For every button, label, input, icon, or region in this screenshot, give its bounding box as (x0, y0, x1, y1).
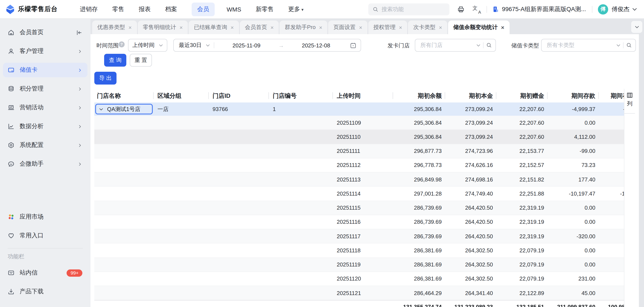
column-header-upload_time[interactable]: 上传时间 (333, 89, 393, 103)
issuing-store-select[interactable]: 所有门店 (415, 39, 496, 52)
store-search-icon[interactable] (486, 42, 492, 48)
sidebar-item-积分管理[interactable]: 积分管理 (3, 82, 88, 96)
sidebar-collapse-icon[interactable] (76, 29, 82, 36)
tab-close-icon[interactable]: × (270, 25, 274, 30)
sidebar-tool-文件列表[interactable]: 文件列表 (3, 303, 88, 307)
search-input[interactable]: 搜索功能 (368, 3, 450, 15)
column-header-period_deposit[interactable]: 期间存款 (548, 89, 599, 103)
sidebar-item-数据分析[interactable]: 数据分析 (3, 119, 88, 134)
store-group-row[interactable]: QA测试1号店一店937661295,306.84273,099.2422,20… (94, 103, 624, 116)
cell-opening_bonus: 22,079.19 (496, 247, 548, 254)
column-header-store_id[interactable]: 门店ID (209, 89, 269, 103)
top-menu-item[interactable]: 零售 (112, 5, 124, 13)
tab-close-icon[interactable]: × (359, 25, 362, 30)
expand-chevron-icon[interactable] (98, 107, 104, 112)
sidebar-item-常用入口[interactable]: 常用入口 (3, 228, 88, 243)
cell-opening_principal: 274,723.96 (445, 148, 496, 154)
tab-overflow-button[interactable] (631, 21, 642, 33)
tab-close-icon[interactable]: × (128, 25, 132, 30)
table-row[interactable]: 20251117286,739.69264,420.5022,319.19-32… (94, 229, 624, 244)
column-header-opening_bonus[interactable]: 期初赠金 (496, 89, 548, 103)
table-row[interactable]: 20251112296,778.73274,626.1622,152.5773.… (94, 158, 624, 173)
table-row[interactable]: 20251118286,381.69264,302.5022,079.190.0… (94, 244, 624, 258)
selected-store-cell[interactable]: QA测试1号店 (95, 104, 153, 114)
table-row[interactable]: 20251113296,849.98274,698.1622,151.82177… (94, 172, 624, 187)
table-row[interactable]: 20251109295,306.84273,099.2422,207.600.0… (94, 116, 624, 130)
tab-零售明细统计[interactable]: 零售明细统计× (138, 21, 188, 34)
table-row[interactable]: 20251120286,381.69264,302.5022,079.19231… (94, 272, 624, 286)
translate-icon[interactable]: 文A (472, 5, 480, 13)
tab-close-icon[interactable]: × (180, 25, 183, 30)
cell-upload_time: 20251111 (333, 148, 393, 154)
app-logo[interactable]: 乐檬零售后台 (6, 5, 58, 14)
column-header-region[interactable]: 区域分组 (154, 89, 209, 103)
cell-period_deposit: 211,099,837.60 (548, 304, 599, 307)
sidebar-tool-产品下载[interactable]: 产品下载 (3, 284, 88, 299)
reset-button[interactable]: 重 置 (130, 54, 152, 67)
tab-次卡类型[interactable]: 次卡类型× (408, 21, 447, 34)
date-range-picker[interactable]: 最近30日 2025-11-09 → 2025-12-08 (173, 39, 361, 52)
date-preset-value: 最近30日 (179, 42, 202, 49)
tab-储值余额变动统计[interactable]: 储值余额变动统计× (448, 21, 509, 34)
tab-授权管理[interactable]: 授权管理× (368, 21, 407, 34)
store-switcher[interactable]: 99675-A组新界面果蔬版QA测... (492, 5, 586, 13)
tab-会员首页[interactable]: 会员首页× (240, 21, 279, 34)
chevron-right-icon (78, 143, 82, 148)
export-button[interactable]: 导 出 (94, 72, 116, 85)
table-row[interactable]: 20251110295,306.84273,099.2422,207.604,1… (94, 130, 624, 144)
column-header-store_code[interactable]: 门店编号 (269, 89, 333, 103)
top-menu-item[interactable]: 档案 (165, 5, 177, 13)
sidebar-item-会员首页[interactable]: 会员首页 (3, 25, 88, 40)
sidebar-tool-站内信[interactable]: 站内信99+ (3, 265, 88, 280)
help-icon[interactable]: ? (119, 42, 124, 47)
user-name[interactable]: 傅俊杰 (612, 5, 630, 13)
sidebar-item-营销活动[interactable]: 营销活动 (3, 100, 88, 115)
top-menu-item-active[interactable]: 会员 (192, 2, 215, 16)
top-menu-item[interactable]: 进销存 (80, 5, 98, 13)
printer-icon[interactable] (457, 5, 465, 13)
table-row[interactable]: 20251115286,739.69264,420.5022,319.190.0… (94, 201, 624, 215)
tab-已结账单查询[interactable]: 已结账单查询× (189, 21, 239, 34)
column-header-store[interactable]: 门店名称 (94, 89, 154, 103)
top-menu-item[interactable]: 更多▾ (288, 5, 304, 13)
table-row[interactable]: 20251119286,381.69264,302.5022,079.190.0… (94, 258, 624, 272)
sidebar-item-客户管理[interactable]: 客户管理 (3, 44, 88, 59)
points-icon (8, 85, 14, 92)
tab-close-icon[interactable]: × (230, 25, 234, 30)
query-button[interactable]: 查 询 (104, 54, 126, 67)
tab-优惠券类型[interactable]: 优惠券类型× (92, 21, 137, 34)
top-menu-item[interactable]: 报表 (139, 5, 151, 13)
sidebar-item-应用市场[interactable]: 应用市场 (3, 210, 88, 224)
tab-群发助手Pro[interactable]: 群发助手Pro× (280, 21, 328, 34)
avatar[interactable]: 傅 (598, 4, 608, 14)
table-row[interactable]: 20251116286,739.69264,420.5022,319.190.0… (94, 215, 624, 229)
tab-close-icon[interactable]: × (399, 25, 402, 30)
table-row[interactable]: 20251121286,464.29264,341.4022,122.8945.… (94, 286, 624, 300)
sidebar-item-企微助手[interactable]: 企微助手 (3, 157, 88, 171)
cell-period_deposit_principal: 0.00 (599, 204, 624, 211)
sidebar-item-系统配置[interactable]: 系统配置 (3, 138, 88, 152)
date-end-input[interactable]: 2025-12-08 (284, 42, 348, 49)
tab-close-icon[interactable]: × (501, 25, 504, 30)
column-header-period_deposit_principal[interactable]: 期间存款本金 (599, 89, 624, 103)
cell-upload_time: 20251114 (333, 190, 393, 197)
cell-opening_balance: 296,849.98 (393, 176, 445, 183)
card-type-search-icon[interactable] (626, 42, 632, 48)
time-type-select[interactable]: 上传时间 (128, 39, 167, 52)
top-menu-item[interactable]: 新零售 (256, 5, 274, 13)
sidebar-item-储值卡[interactable]: 储值卡 (3, 63, 88, 77)
user-chevron-down-icon[interactable] (632, 8, 637, 11)
top-menu-item[interactable]: WMS (226, 6, 241, 13)
tab-close-icon[interactable]: × (439, 25, 442, 30)
column-header-opening_principal[interactable]: 期初本金 (445, 89, 496, 103)
appstore-icon (8, 213, 14, 220)
cell-opening_bonus: 22,122.89 (496, 290, 548, 296)
table-row[interactable]: 20251111296,877.73274,723.9622,153.77-99… (94, 144, 624, 158)
table-row[interactable]: 20251114297,001.28274,749.4022,251.88-10… (94, 187, 624, 201)
column-header-opening_balance[interactable]: 期初余额 (393, 89, 445, 103)
column-settings-button[interactable]: 列 (624, 89, 635, 114)
card-type-select[interactable]: 所有卡类型 (541, 39, 636, 52)
tab-close-icon[interactable]: × (319, 25, 322, 30)
date-start-input[interactable]: 2025-11-09 (214, 42, 278, 49)
tab-页面设置[interactable]: 页面设置× (328, 21, 367, 34)
